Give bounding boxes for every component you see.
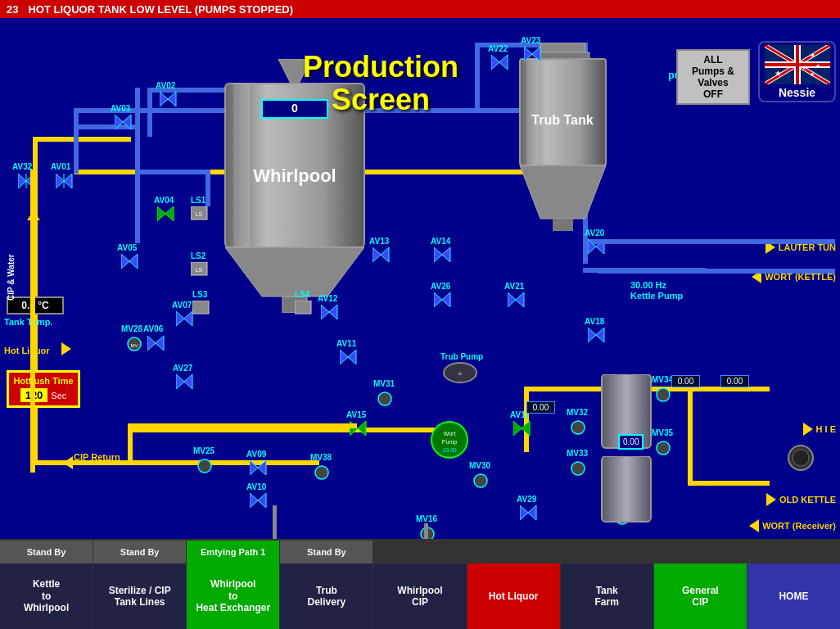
nav-sterilize[interactable]: Stand By Sterilize / CIPTank Lines xyxy=(93,541,187,629)
nav-label-8[interactable]: HOME xyxy=(747,563,840,629)
label-mv28: MV28 xyxy=(121,324,142,333)
svg-rect-52 xyxy=(295,301,311,314)
nav-kettle-whirlpool[interactable]: Stand By KettletoWhirlpool xyxy=(0,541,93,629)
svg-marker-75 xyxy=(513,421,522,436)
valve-av27[interactable] xyxy=(176,374,194,389)
svg-text:Trub Tank: Trub Tank xyxy=(531,113,593,127)
nav-whirlpool-cip[interactable]: WhirlpoolCIP xyxy=(373,541,467,629)
svg-marker-36 xyxy=(123,115,131,129)
svg-marker-44 xyxy=(156,336,164,351)
svg-point-86 xyxy=(378,392,391,405)
label-av27: AV27 xyxy=(173,364,192,373)
nav-label-6[interactable]: TankFarm xyxy=(561,563,653,629)
label-av11: AV11 xyxy=(336,339,356,348)
nav-status-0: Stand By xyxy=(0,541,93,563)
nessie-logo: ★ ★ ★ ★ ★ Nessie xyxy=(758,41,836,102)
nav-label-7[interactable]: GeneralCIP xyxy=(654,563,747,629)
valve-av26[interactable] xyxy=(434,292,452,307)
bottom-nav: Stand By KettletoWhirlpool Stand By Ster… xyxy=(0,539,840,629)
hot-liquor-label: Hot Liquor xyxy=(4,346,50,355)
nav-label-4[interactable]: WhirlpoolCIP xyxy=(373,563,466,629)
svg-text:★: ★ xyxy=(810,52,815,59)
valve-av13[interactable] xyxy=(373,247,391,262)
valve-mv25[interactable] xyxy=(196,458,213,474)
nav-home[interactable]: HOME xyxy=(747,541,840,629)
nav-trub[interactable]: Stand By TrubDelivery xyxy=(280,541,373,629)
valve-av12[interactable] xyxy=(321,305,339,319)
nav-label-5[interactable]: Hot Liquor xyxy=(467,563,560,629)
nav-label-3[interactable]: TrubDelivery xyxy=(280,563,373,629)
valve-av03[interactable] xyxy=(115,115,133,129)
valve-av17[interactable] xyxy=(513,421,531,436)
svg-marker-82 xyxy=(258,493,266,508)
svg-marker-80 xyxy=(258,460,266,475)
valve-mv34[interactable] xyxy=(655,387,671,403)
nav-hot-liquor[interactable]: Hot Liquor xyxy=(467,541,561,629)
svg-marker-64 xyxy=(516,292,524,307)
valve-mv33[interactable] xyxy=(570,460,586,477)
valve-av14[interactable] xyxy=(434,247,452,262)
valve-mv32[interactable] xyxy=(570,419,586,436)
pipe-y-down1 xyxy=(128,423,133,464)
pipe-drain2 xyxy=(424,523,428,539)
pipe-yellow-v1 xyxy=(524,387,529,452)
value-box-3: 0.00 xyxy=(720,375,749,387)
nav-general-cip[interactable]: GeneralCIP xyxy=(654,541,747,629)
label-av12: AV12 xyxy=(318,294,337,303)
instrument-right xyxy=(787,444,815,476)
valve-av05[interactable] xyxy=(121,254,139,269)
valve-av21[interactable] xyxy=(508,292,526,307)
svg-point-85 xyxy=(198,459,211,473)
valve-av22[interactable] xyxy=(491,55,509,70)
valve-mv28[interactable]: MV xyxy=(126,336,142,352)
svg-marker-95 xyxy=(176,374,184,389)
nav-status-5 xyxy=(467,541,560,563)
valve-mv38[interactable] xyxy=(314,464,330,481)
label-av10: AV10 xyxy=(246,482,266,491)
valve-mv30[interactable] xyxy=(472,473,489,489)
wort-pump[interactable]: Wort Pump 10.00 xyxy=(429,419,470,464)
wort-receiver-dest: WORT (Receiver) xyxy=(749,519,836,532)
valve-av07[interactable] xyxy=(176,311,194,326)
valve-av11[interactable] xyxy=(340,350,358,364)
svg-marker-56 xyxy=(348,350,356,364)
nav-label-1[interactable]: Sterilize / CIPTank Lines xyxy=(93,563,186,629)
valve-av09[interactable] xyxy=(250,460,268,475)
pipe-drain1 xyxy=(273,505,277,539)
valve-av02[interactable] xyxy=(160,92,178,106)
valve-av29[interactable] xyxy=(520,505,538,520)
valve-av18[interactable] xyxy=(588,328,606,342)
alarm-number: 23 xyxy=(7,3,18,16)
trub-pump[interactable]: ≈ xyxy=(442,360,479,388)
svg-marker-71 xyxy=(524,47,532,61)
hotflush-label: Hotflush Time xyxy=(12,376,75,386)
svg-rect-51 xyxy=(192,301,209,314)
valve-av23[interactable] xyxy=(524,47,542,61)
svg-marker-65 xyxy=(588,328,596,342)
label-av32: AV32 xyxy=(12,162,32,171)
svg-marker-67 xyxy=(588,239,596,254)
pipe-cip-h xyxy=(30,460,194,465)
valve-av01[interactable] xyxy=(56,174,74,188)
nav-label-2[interactable]: WhirlpooltoHeat Exchanger xyxy=(187,563,279,629)
cip-water-label: CIP & Water xyxy=(7,219,16,301)
wort-receiver-arrow xyxy=(749,519,759,532)
valve-mv31[interactable] xyxy=(377,391,393,407)
label-trub-pump: Trub Pump xyxy=(440,352,483,361)
valve-av04[interactable] xyxy=(157,206,175,221)
svg-marker-41 xyxy=(121,254,129,269)
label-mv33: MV33 xyxy=(567,449,588,458)
label-mv38: MV38 xyxy=(310,453,332,462)
valve-av06[interactable] xyxy=(147,336,165,351)
valve-mv35[interactable] xyxy=(655,440,671,456)
label-av18: AV18 xyxy=(585,317,604,326)
svg-marker-74 xyxy=(358,421,366,436)
nav-whirlpool-hx[interactable]: Emtying Path 1 WhirlpooltoHeat Exchanger xyxy=(187,541,280,629)
nav-tank-farm[interactable]: TankFarm xyxy=(561,541,654,629)
valve-av10[interactable] xyxy=(250,493,268,508)
pipe-bl3 xyxy=(205,170,210,206)
svg-marker-29 xyxy=(18,174,26,188)
nav-status-2: Emtying Path 1 xyxy=(187,541,279,563)
svg-rect-27 xyxy=(526,59,539,165)
nav-label-0[interactable]: KettletoWhirlpool xyxy=(0,563,93,629)
